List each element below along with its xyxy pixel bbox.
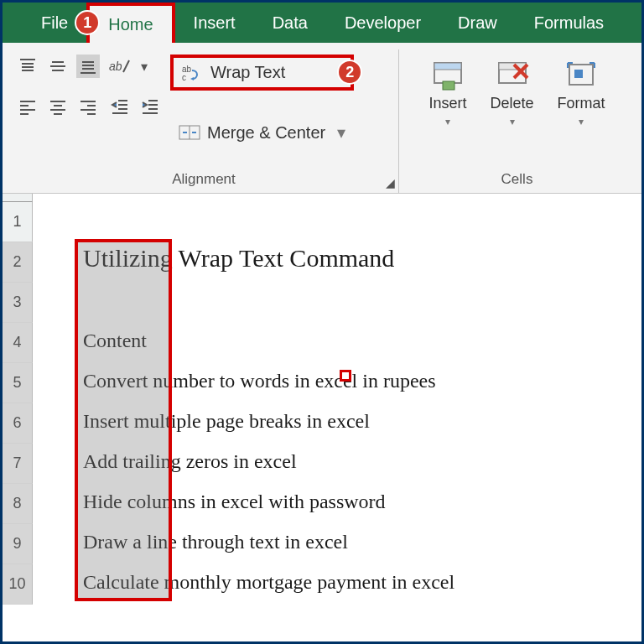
tab-formulas[interactable]: Formulas [516, 3, 622, 43]
tab-data[interactable]: Data [254, 3, 326, 43]
insert-cells-button[interactable]: Insert ▾ [422, 55, 473, 131]
wrap-text-icon: abc [182, 64, 204, 82]
align-middle-icon[interactable] [46, 55, 70, 78]
tab-insert[interactable]: Insert [175, 3, 254, 43]
annotation-badge-2: 2 [337, 60, 362, 85]
insert-cells-icon [431, 58, 465, 91]
annotation-badge-1: 1 [75, 10, 100, 35]
align-left-icon[interactable] [16, 95, 39, 118]
decrease-indent-icon[interactable] [108, 95, 132, 118]
row-header-5[interactable]: 5 [3, 363, 33, 403]
svg-text:ab: ab [109, 60, 122, 73]
delete-cells-button[interactable]: Delete ▾ [483, 55, 540, 131]
row-header-6[interactable]: 6 [3, 403, 33, 444]
vertical-align-buttons [16, 55, 100, 118]
tab-bar: File Home 1 Insert Data Developer Draw F… [3, 3, 641, 43]
chevron-down-icon[interactable]: ▾ [337, 122, 345, 143]
chevron-down-icon[interactable]: ▾ [445, 116, 450, 127]
orientation-icon[interactable]: ab [108, 55, 132, 78]
align-right-icon[interactable] [76, 95, 100, 118]
merge-center-icon [179, 123, 200, 142]
tab-draw[interactable]: Draw [439, 3, 516, 43]
format-cells-icon [564, 58, 598, 91]
chevron-down-icon[interactable]: ▾ [510, 116, 515, 127]
tab-developer[interactable]: Developer [326, 3, 439, 43]
ribbon: ab ▾ abc Wrap Text 2 Merge & Center [3, 43, 641, 194]
ribbon-group-title-alignment: Alignment [16, 171, 392, 193]
cell-area[interactable]: Utilizing Wrap Text Command Content Conv… [33, 194, 641, 605]
format-cells-label: Format [558, 95, 605, 112]
selection-handle[interactable] [340, 370, 351, 382]
increase-indent-icon[interactable] [138, 95, 162, 118]
ribbon-group-cells: Insert ▾ Delete ▾ Format ▾ Cells [399, 49, 635, 193]
wrap-text-label: Wrap Text [210, 63, 285, 82]
row-header-7[interactable]: 7 [3, 444, 33, 484]
merge-center-label: Merge & Center [207, 123, 325, 143]
row-header-1[interactable]: 1 [3, 202, 33, 242]
row-header-3[interactable]: 3 [3, 283, 33, 323]
merge-center-button[interactable]: Merge & Center ▾ [170, 117, 354, 148]
format-cells-button[interactable]: Format ▾ [551, 55, 612, 131]
align-bottom-icon[interactable] [76, 55, 100, 78]
ribbon-group-title-cells: Cells [406, 171, 628, 193]
orientation-indent-buttons: ab ▾ [108, 55, 162, 118]
svg-rect-44 [574, 70, 583, 78]
row-header-2[interactable]: 2 [3, 242, 33, 283]
align-center-icon[interactable] [46, 95, 70, 118]
svg-rect-37 [434, 63, 461, 70]
tab-home[interactable]: Home 1 [86, 3, 174, 43]
worksheet-grid[interactable]: 1 2 3 4 5 6 7 8 9 10 Utilizing Wrap Text… [3, 194, 641, 605]
row-header-8[interactable]: 8 [3, 484, 33, 524]
svg-rect-38 [443, 81, 454, 90]
tab-home-label: Home [108, 15, 153, 34]
delete-cells-label: Delete [490, 95, 533, 112]
ribbon-group-alignment: ab ▾ abc Wrap Text 2 Merge & Center [9, 49, 399, 193]
row-header-9[interactable]: 9 [3, 524, 33, 564]
chevron-down-icon[interactable]: ▾ [138, 55, 150, 78]
col-header-strip [3, 194, 33, 202]
align-top-icon[interactable] [16, 55, 39, 78]
row-header-4[interactable]: 4 [3, 323, 33, 363]
row-header-10[interactable]: 10 [3, 564, 33, 605]
insert-cells-label: Insert [428, 95, 466, 112]
wrap-text-button[interactable]: abc Wrap Text 2 [170, 55, 354, 91]
selection-highlight [75, 239, 172, 601]
delete-cells-icon [496, 58, 529, 91]
dialog-launcher-icon[interactable]: ◢ [386, 176, 395, 190]
svg-text:c: c [182, 73, 186, 82]
chevron-down-icon[interactable]: ▾ [579, 116, 584, 127]
wrap-merge-buttons: abc Wrap Text 2 Merge & Center ▾ [170, 55, 354, 148]
